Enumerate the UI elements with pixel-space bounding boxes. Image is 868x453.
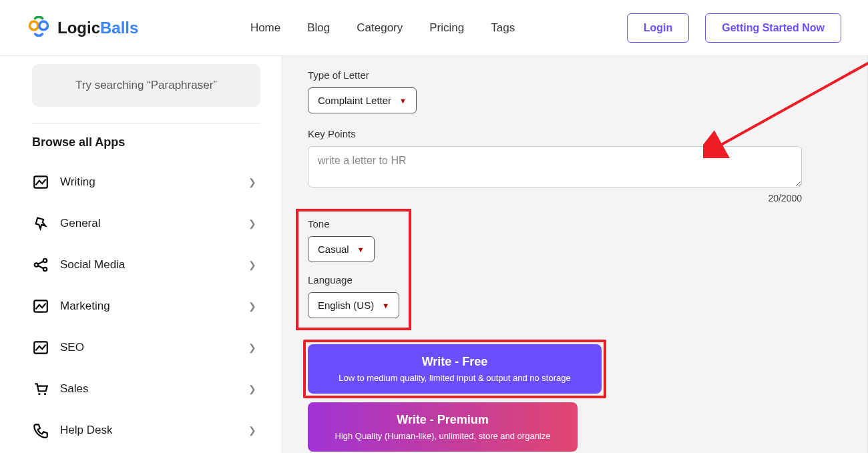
- tone-field: Tone Casual ▼: [308, 218, 399, 262]
- svg-point-1: [39, 21, 48, 30]
- svg-point-10: [38, 393, 40, 395]
- tone-label: Tone: [308, 218, 399, 230]
- write-premium-button[interactable]: Write - Premium High Quality (Human-like…: [308, 402, 578, 452]
- nav-tags[interactable]: Tags: [491, 21, 515, 35]
- write-free-highlight: Write - Free Low to medium quality, limi…: [303, 340, 606, 398]
- sidebar-item-label: SEO: [60, 341, 84, 354]
- chevron-right-icon: ❯: [248, 425, 256, 436]
- tone-language-highlight: Tone Casual ▼ Language English (US) ▼: [296, 209, 411, 330]
- phone-icon: [32, 422, 49, 439]
- login-button[interactable]: Login: [627, 13, 690, 43]
- sidebar-item-label: General: [60, 217, 100, 230]
- main-content: Type of Letter Complaint Letter ▼ Key Po…: [282, 56, 868, 453]
- sidebar-item-social-media[interactable]: Social Media ❯: [32, 244, 260, 286]
- key-points-label: Key Points: [308, 128, 842, 139]
- select-value: Complaint Letter: [318, 95, 391, 106]
- chevron-right-icon: ❯: [248, 342, 256, 353]
- browse-title: Browse all Apps: [32, 135, 260, 149]
- nav-blog[interactable]: Blog: [307, 21, 330, 35]
- image-icon: [32, 298, 49, 315]
- cta-title: Write - Premium: [321, 413, 564, 427]
- divider: [32, 123, 260, 123]
- type-of-letter-select[interactable]: Complaint Letter ▼: [308, 87, 417, 113]
- chevron-right-icon: ❯: [248, 301, 256, 312]
- type-of-letter-label: Type of Letter: [308, 69, 842, 81]
- get-started-button[interactable]: Getting Started Now: [705, 13, 841, 43]
- header-actions: Login Getting Started Now: [627, 13, 841, 43]
- sidebar: Try searching “Paraphraser” Browse all A…: [0, 56, 282, 453]
- sidebar-item-seo[interactable]: SEO ❯: [32, 327, 260, 368]
- select-value: English (US): [318, 300, 374, 311]
- share-icon: [32, 256, 49, 274]
- logo-text: LogicBalls: [57, 19, 138, 37]
- caret-down-icon: ▼: [382, 302, 389, 310]
- sidebar-item-label: Sales: [60, 382, 89, 396]
- nav-category[interactable]: Category: [357, 21, 403, 35]
- svg-point-0: [30, 21, 39, 30]
- sidebar-item-label: Writing: [60, 175, 95, 189]
- nav-pricing[interactable]: Pricing: [429, 21, 464, 35]
- type-of-letter-field: Type of Letter Complaint Letter ▼: [308, 69, 842, 113]
- chevron-right-icon: ❯: [248, 384, 256, 394]
- pin-icon: [32, 215, 49, 232]
- image-icon: [32, 339, 49, 356]
- sidebar-item-sales[interactable]: Sales ❯: [32, 368, 260, 410]
- caret-down-icon: ▼: [399, 97, 407, 105]
- svg-line-7: [38, 266, 44, 268]
- cta-title: Write - Free: [321, 355, 588, 369]
- image-icon: [32, 173, 49, 191]
- header: LogicBalls Home Blog Category Pricing Ta…: [0, 0, 868, 56]
- logo-icon: [27, 16, 51, 40]
- cta-section: Write - Free Low to medium quality, limi…: [308, 340, 842, 452]
- sidebar-item-writing[interactable]: Writing ❯: [32, 161, 260, 203]
- select-value: Casual: [318, 244, 349, 255]
- sidebar-item-general[interactable]: General ❯: [32, 203, 260, 244]
- svg-line-6: [38, 262, 44, 264]
- chevron-right-icon: ❯: [248, 177, 256, 187]
- char-count: 20/2000: [308, 193, 802, 203]
- chevron-right-icon: ❯: [248, 260, 256, 270]
- search-input[interactable]: Try searching “Paraphraser”: [32, 64, 260, 107]
- language-select[interactable]: English (US) ▼: [308, 292, 399, 318]
- caret-down-icon: ▼: [357, 246, 365, 254]
- sidebar-item-label: Help Desk: [60, 424, 112, 437]
- key-points-field: Key Points 20/2000: [308, 128, 842, 203]
- cart-icon: [32, 380, 49, 398]
- sidebar-item-marketing[interactable]: Marketing ❯: [32, 286, 260, 327]
- nav-home[interactable]: Home: [250, 21, 280, 35]
- tone-select[interactable]: Casual ▼: [308, 236, 375, 262]
- svg-point-11: [44, 393, 46, 395]
- sidebar-item-help-desk[interactable]: Help Desk ❯: [32, 410, 260, 451]
- key-points-textarea[interactable]: [308, 146, 802, 187]
- language-field: Language English (US) ▼: [308, 274, 399, 318]
- sidebar-item-label: Marketing: [60, 300, 110, 313]
- sidebar-item-label: Social Media: [60, 258, 125, 272]
- logo[interactable]: LogicBalls: [27, 16, 138, 40]
- main-nav: Home Blog Category Pricing Tags: [250, 21, 515, 35]
- chevron-right-icon: ❯: [248, 218, 256, 229]
- language-label: Language: [308, 274, 399, 286]
- cta-subtitle: High Quality (Human-like), unlimited, st…: [321, 431, 564, 441]
- write-free-button[interactable]: Write - Free Low to medium quality, limi…: [308, 344, 602, 394]
- cta-subtitle: Low to medium quality, limited input & o…: [321, 373, 588, 383]
